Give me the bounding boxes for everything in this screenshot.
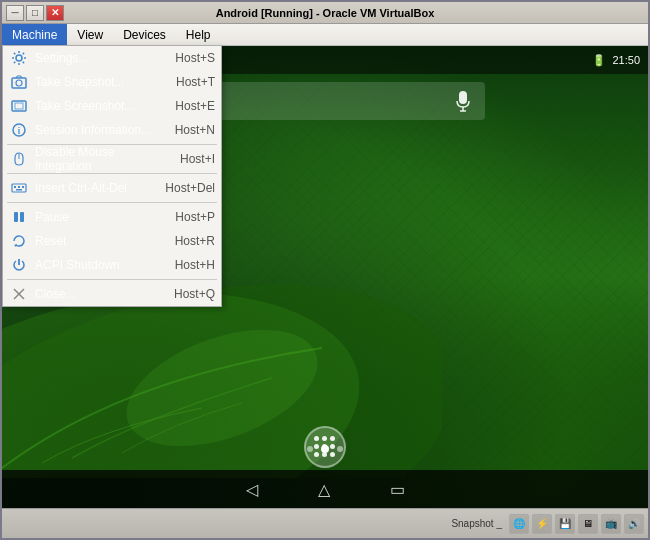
taskbar-icon-4[interactable]: 🖥 <box>578 514 598 534</box>
menu-view[interactable]: View <box>67 24 113 45</box>
svg-rect-9 <box>14 186 16 188</box>
svg-rect-10 <box>18 186 20 188</box>
acpi-label: ACPI Shutdown <box>35 258 169 272</box>
screenshot-label: Take Screenshot... <box>35 99 169 113</box>
menu-item-pause[interactable]: Pause Host+P <box>3 205 221 229</box>
svg-text:i: i <box>18 126 21 136</box>
taskbar-icon-1[interactable]: 🌐 <box>509 514 529 534</box>
title-bar: ─ □ ✕ Android [Running] - Oracle VM Virt… <box>2 2 648 24</box>
menu-item-mouse[interactable]: Disable Mouse Integration Host+I <box>3 147 221 171</box>
app-drawer-button[interactable] <box>304 426 346 468</box>
machine-dropdown: Settings... Host+S Take Snapshot... Host… <box>2 46 222 307</box>
menu-item-acpi[interactable]: ACPI Shutdown Host+H <box>3 253 221 277</box>
svg-point-2 <box>16 80 22 86</box>
reset-label: Reset <box>35 234 169 248</box>
ctrl-shortcut: Host+Del <box>165 181 215 195</box>
pause-label: Pause <box>35 210 169 224</box>
svg-rect-12 <box>16 189 22 191</box>
separator-4 <box>7 279 217 280</box>
close-menu-icon <box>9 284 29 304</box>
maximize-button[interactable]: □ <box>26 5 44 21</box>
back-button[interactable]: ◁ <box>246 480 258 499</box>
mouse-label: Disable Mouse Integration <box>35 145 174 173</box>
virtualbox-window: ─ □ ✕ Android [Running] - Oracle VM Virt… <box>0 0 650 540</box>
android-nav-bar: ◁ △ ▭ <box>2 470 648 508</box>
svg-rect-11 <box>22 186 24 188</box>
taskbar-icon-6[interactable]: 🔊 <box>624 514 644 534</box>
grid-dots <box>314 436 336 458</box>
svg-rect-13 <box>14 212 18 222</box>
acpi-shortcut: Host+H <box>175 258 215 272</box>
pause-icon <box>9 207 29 227</box>
reset-icon <box>9 231 29 251</box>
screenshot-shortcut: Host+E <box>175 99 215 113</box>
svg-rect-14 <box>20 212 24 222</box>
snapshot-icon <box>9 72 29 92</box>
separator-2 <box>7 173 217 174</box>
session-label: Session Information... <box>35 123 169 137</box>
taskbar-icon-2[interactable]: ⚡ <box>532 514 552 534</box>
recent-button[interactable]: ▭ <box>390 480 405 499</box>
session-shortcut: Host+N <box>175 123 215 137</box>
menu-help[interactable]: Help <box>176 24 221 45</box>
menu-machine[interactable]: Machine Settings... Host+S <box>2 24 67 45</box>
mouse-shortcut: Host+I <box>180 152 215 166</box>
menu-bar: Machine Settings... Host+S <box>2 24 648 46</box>
home-button[interactable]: △ <box>318 480 330 499</box>
snapshot-text: Snapshot _ <box>451 518 502 529</box>
window-title: Android [Running] - Oracle VM VirtualBox <box>66 7 584 19</box>
pause-shortcut: Host+P <box>175 210 215 224</box>
screenshot-icon <box>9 96 29 116</box>
power-icon <box>9 255 29 275</box>
mic-icon[interactable] <box>453 88 473 114</box>
time-display: 21:50 <box>612 54 640 66</box>
menu-devices[interactable]: Devices <box>113 24 176 45</box>
menu-item-close[interactable]: Close... Host+Q <box>3 282 221 306</box>
minimize-button[interactable]: ─ <box>6 5 24 21</box>
menu-item-reset[interactable]: Reset Host+R <box>3 229 221 253</box>
close-window-button[interactable]: ✕ <box>46 5 64 21</box>
close-label: Close... <box>35 287 168 301</box>
battery-icon: 🔋 <box>592 54 606 67</box>
separator-3 <box>7 202 217 203</box>
snapshot-label: Take Snapshot... <box>35 75 170 89</box>
windows-taskbar: Snapshot _ 🌐 ⚡ 💾 🖥 📺 🔊 <box>2 508 648 538</box>
taskbar-icon-3[interactable]: 💾 <box>555 514 575 534</box>
session-icon: i <box>9 120 29 140</box>
keyboard-icon <box>9 178 29 198</box>
menu-item-snapshot[interactable]: Take Snapshot... Host+T <box>3 70 221 94</box>
menu-item-settings[interactable]: Settings... Host+S <box>3 46 221 70</box>
menu-item-ctrl-alt-del[interactable]: Insert Ctrl-Alt-Del Host+Del <box>3 176 221 200</box>
svg-point-0 <box>16 55 22 61</box>
mouse-icon <box>9 149 29 169</box>
svg-rect-4 <box>15 103 23 109</box>
menu-item-session[interactable]: i Session Information... Host+N <box>3 118 221 142</box>
ctrl-label: Insert Ctrl-Alt-Del <box>35 181 159 195</box>
reset-shortcut: Host+R <box>175 234 215 248</box>
snapshot-shortcut: Host+T <box>176 75 215 89</box>
svg-rect-21 <box>459 91 467 104</box>
settings-icon <box>9 48 29 68</box>
settings-shortcut: Host+S <box>175 51 215 65</box>
settings-label: Settings... <box>35 51 169 65</box>
close-shortcut: Host+Q <box>174 287 215 301</box>
menu-item-screenshot[interactable]: Take Screenshot... Host+E <box>3 94 221 118</box>
taskbar-icon-5[interactable]: 📺 <box>601 514 621 534</box>
